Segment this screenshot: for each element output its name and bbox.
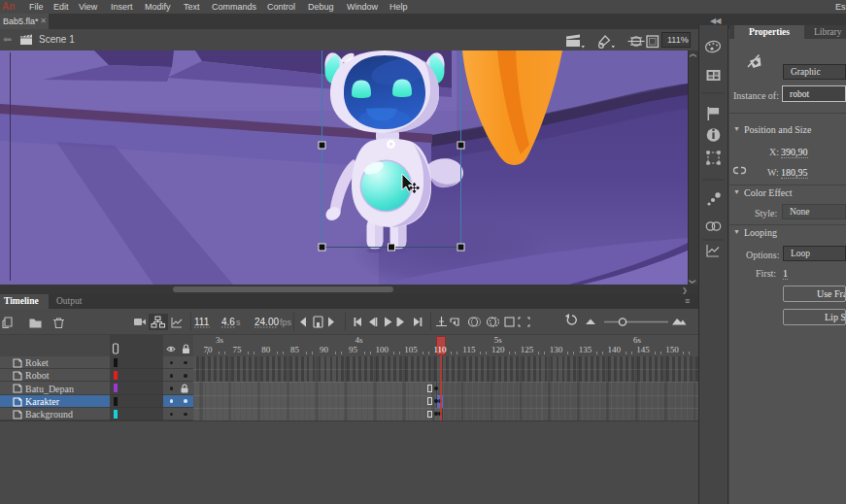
svg-text:fps: fps [280, 318, 292, 327]
svg-text:s: s [236, 318, 241, 327]
svg-text:111: 111 [194, 317, 210, 327]
svg-text:24.00: 24.00 [254, 317, 279, 327]
svg-text:4.6: 4.6 [221, 317, 235, 327]
